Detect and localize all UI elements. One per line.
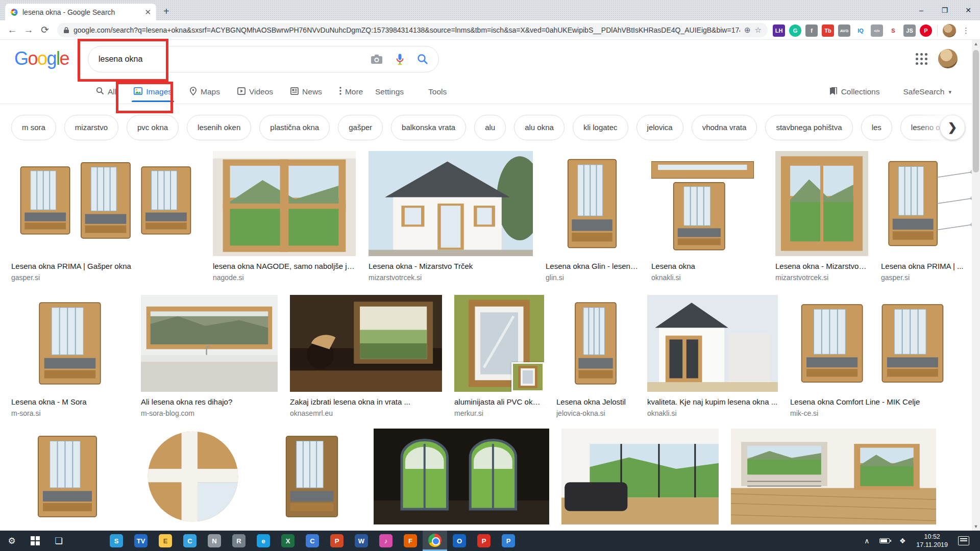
related-chip[interactable]: alu [474,115,506,140]
result-domain[interactable]: oknasemrl.eu [290,409,442,417]
battery-icon[interactable] [879,538,890,543]
image-result-tile[interactable]: Lesena oknaoknakli.si [651,151,763,282]
result-title[interactable]: Lesena okna [651,262,763,270]
image-result-tile[interactable]: Lesena okna PRIMA | Gašper oknagasper.si [11,151,200,282]
related-chip[interactable]: m sora [11,115,56,140]
image-result-tile[interactable]: aluminijasta ali PVC okna ...merkur.si [454,295,544,417]
lighthouse-extension[interactable]: LH [773,24,785,37]
result-title[interactable]: Lesena okna Glin - lesena ... [546,262,639,270]
related-chip[interactable]: alu okna [514,115,565,140]
image-result-tile[interactable]: lesena okna NAGODE, samo naboljše je ...… [213,151,356,282]
result-domain[interactable]: oknakli.si [647,409,778,417]
iq-extension[interactable]: IQ [854,24,867,37]
related-chip[interactable]: jelovica [636,115,683,140]
app-camera[interactable]: C [178,531,202,551]
result-domain[interactable]: gasper.si [11,273,200,282]
result-thumbnail[interactable] [881,151,978,256]
chips-next-button[interactable]: ❯ [940,115,965,140]
address-bar[interactable]: google.com/search?q=lesena+okna&sxsrf=AC… [57,23,768,37]
task-view-icon[interactable]: ❏ [47,531,70,551]
app-launcher[interactable]: R [227,531,251,551]
image-result-tile[interactable]: Lesena okna - Mizarstvo T...mizarstvotrc… [775,151,868,282]
result-thumbnail[interactable] [651,151,763,256]
result-title[interactable]: Lesena okna - M Sora [11,397,129,406]
tab-all[interactable]: All [96,82,116,102]
camera-search-icon[interactable] [371,54,383,64]
related-chip[interactable]: vhodna vrata [692,115,757,140]
image-result-tile[interactable]: Lesena okna | Okna, vrata in... [262,429,361,531]
app-store[interactable]: S [104,531,129,551]
app-word[interactable]: W [349,531,374,551]
image-result-tile[interactable]: Zakaj izbrati lesena okna in vrata ...ok… [290,295,442,417]
result-domain[interactable]: mik-ce.si [790,409,954,417]
tubebuddy-extension[interactable]: Tb [822,24,834,37]
result-thumbnail[interactable] [369,151,533,256]
result-title[interactable]: Lesena okna Jelostil [556,397,635,406]
related-chip[interactable]: balkonska vrata [391,115,466,140]
app-chrome[interactable] [423,531,447,551]
image-result-tile[interactable]: Lesena okna in les - lesena okna ... [731,429,936,531]
thumbnail-overlay-preview[interactable] [511,362,544,392]
result-domain[interactable]: m-sora.si [11,409,129,417]
google-apps-grid-icon[interactable] [916,53,928,65]
app-calculator[interactable]: C [300,531,325,551]
restore-button[interactable]: ❐ [933,0,957,20]
result-title[interactable]: Lesena okna - Mizarstvo T... [775,262,868,270]
app-outlook[interactable]: O [447,531,472,551]
tab-news[interactable]: News [290,82,322,102]
search-submit-icon[interactable] [417,54,428,65]
result-title[interactable]: Zakaj izbrati lesena okna in vrata ... [290,397,442,406]
result-thumbnail[interactable] [262,429,361,524]
related-chip[interactable]: stavbnega pohištva [765,115,852,140]
result-title[interactable]: kvaliteta. Kje naj kupim lesena okna ... [647,397,778,406]
page-scrollbar[interactable]: ▲ ▼ [972,40,980,531]
result-domain[interactable]: nagode.si [213,273,356,282]
result-thumbnail[interactable] [790,295,954,392]
result-title[interactable]: aluminijasta ali PVC okna ... [454,397,544,406]
image-result-tile[interactable]: Lesena okna PRIMA | ...gasper.si [881,151,978,282]
result-domain[interactable]: mizarstvotrcek.si [775,273,868,282]
padlock-icon[interactable] [63,27,69,34]
app-pdf[interactable]: P [472,531,496,551]
close-button[interactable]: ✕ [957,0,980,20]
image-result-tile[interactable]: Lesena okna LES ALU ELEGAN... [11,429,124,531]
new-tab-button[interactable]: + [163,6,169,16]
image-result-tile[interactable]: Lesena okna - M Soram-sora.si [11,295,129,417]
tab-close-icon[interactable]: ✕ [144,8,151,17]
image-result-tile[interactable]: lesena okna Archive - Mizarstvo Šemrl [374,429,549,531]
minimize-button[interactable]: – [910,0,933,20]
browser-profile-avatar[interactable] [943,24,956,37]
tab-videos[interactable]: Videos [237,82,273,102]
scrollbar-up-arrow[interactable]: ▲ [972,40,980,48]
url-text[interactable]: google.com/search?q=lesena+okna&sxsrf=AC… [74,26,740,34]
start-button[interactable] [23,531,47,551]
scrollbar-thumb[interactable] [973,50,979,172]
result-thumbnail[interactable] [374,429,549,524]
result-thumbnail[interactable] [454,295,544,392]
dropbox-icon[interactable]: ❖ [895,537,910,545]
image-result-tile[interactable]: Lesena okna Jelostil [136,429,250,531]
result-thumbnail[interactable] [647,295,778,392]
result-thumbnail[interactable] [11,295,129,392]
image-result-tile[interactable]: Lesena okna Glin - lesena ...glin.si [546,151,639,282]
settings-link[interactable]: Settings [375,87,404,96]
result-domain[interactable]: oknakli.si [651,273,763,282]
app-file-explorer[interactable]: E [153,531,178,551]
js-extension[interactable]: JS [903,24,916,37]
result-title[interactable]: Lesena okna Comfort Line - MIK Celje [790,397,954,406]
related-chip[interactable]: kli logatec [573,115,628,140]
result-thumbnail[interactable] [561,429,719,524]
app-teamviewer[interactable]: TV [129,531,153,551]
result-title[interactable]: lesena okna NAGODE, samo naboljše je ... [213,262,356,270]
image-result-tile[interactable]: kvaliteta. Kje naj kupim lesena okna ...… [647,295,778,417]
related-chip[interactable]: pvc okna [127,115,179,140]
google-logo[interactable]: Google [14,48,69,69]
forward-button[interactable]: → [20,24,37,36]
reload-button[interactable]: ⟳ [37,24,53,36]
result-domain[interactable]: m-sora-blog.com [141,409,278,417]
seoquake-extension[interactable]: S [887,24,899,37]
app-edge[interactable]: e [251,531,276,551]
back-button[interactable]: ← [4,24,20,36]
image-result-tile[interactable]: Lesena okna Comfort Line - MIK Celjemik-… [790,295,954,417]
facebook-extension[interactable]: f [805,24,818,37]
